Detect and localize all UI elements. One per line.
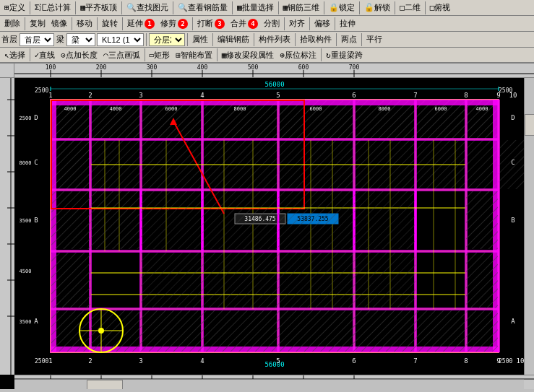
sep2 — [75, 1, 76, 14]
toolbar-select-tool[interactable]: ↖ 选择 — [1, 48, 28, 62]
modify-beam-label: 修改梁段属性 — [226, 50, 274, 61]
svg-text:8: 8 — [464, 92, 468, 99]
toolbar-row-4: ↖ 选择 ✓ 直线 ⊙ 点加长度 ⌒ 三点画弧 ▭ 矩形 ⊞ 智能布置 ▦ 修改… — [0, 48, 534, 64]
rect-label: 矩形 — [154, 50, 170, 61]
toolbar-pick-component[interactable]: 拾取构件 — [297, 32, 335, 47]
toolbar-trim[interactable]: 修剪 2 — [158, 17, 191, 31]
unlock-label: 解锁 — [374, 2, 390, 13]
toolbar-merge[interactable]: 合并 4 — [228, 17, 261, 31]
svg-text:A: A — [511, 318, 515, 325]
sep4 — [173, 1, 173, 14]
arc-label: 三点画弧 — [108, 50, 140, 61]
toolbar-rotate[interactable]: 旋转 — [99, 17, 121, 31]
toolbar-origin-mark[interactable]: ⊕ 原位标注 — [277, 48, 319, 62]
kl-select[interactable]: KL12 (1) — [97, 33, 144, 46]
svg-text:56000: 56000 — [264, 81, 284, 88]
lock-label: 锁定 — [339, 2, 355, 13]
parallel-label: 平行 — [366, 34, 382, 45]
toolbar-arc[interactable]: ⌒ 三点画弧 — [100, 48, 143, 62]
svg-text:7: 7 — [413, 357, 417, 365]
svg-rect-27 — [51, 140, 90, 189]
svg-text:100: 100 — [46, 64, 56, 71]
toolbar-parallel[interactable]: 平行 — [363, 32, 385, 47]
stretch-label: 拉伸 — [340, 18, 356, 29]
toolbar-sum[interactable]: Σ 汇总计算 — [32, 1, 74, 15]
scrollbar-vertical[interactable] — [524, 78, 534, 375]
scrollbar-horizontal[interactable] — [14, 379, 524, 389]
toolbar-find[interactable]: 🔍 查找图元 — [124, 1, 171, 15]
toolbar-point-length[interactable]: ⊙ 点加长度 — [58, 48, 100, 62]
svg-text:400: 400 — [197, 64, 208, 71]
toolbar-move[interactable]: 移动 — [74, 17, 95, 31]
sep1 — [30, 1, 30, 14]
svg-text:1: 1 — [48, 92, 52, 99]
badge-4: 4 — [248, 19, 258, 29]
svg-text:10: 10 — [517, 357, 525, 365]
rotate-label: 旋转 — [102, 18, 118, 29]
svg-text:4000: 4000 — [64, 106, 77, 112]
toolbar-two-point[interactable]: 两点 — [338, 32, 360, 47]
sum-icon: Σ — [35, 3, 40, 12]
ruler-left — [0, 64, 14, 375]
toolbar-top-view[interactable]: □ 俯视 — [427, 1, 454, 15]
svg-text:C: C — [34, 159, 38, 166]
fen-ceng-select[interactable]: 分层1 分层2 — [149, 33, 185, 46]
toolbar-unlock[interactable]: 🔓 解锁 — [361, 1, 393, 15]
toolbar-define[interactable]: ⊞ 定义 — [1, 1, 28, 15]
toolbar-line[interactable]: ✓ 直线 — [32, 48, 59, 62]
svg-text:6: 6 — [352, 92, 356, 99]
toolbar-view-rebar[interactable]: 🔍 查看钢筋量 — [175, 1, 231, 15]
svg-text:4500: 4500 — [20, 269, 32, 274]
svg-rect-60 — [466, 253, 498, 308]
toolbar-delete[interactable]: 删除 — [1, 17, 23, 31]
badge-1: 1 — [145, 19, 155, 29]
toolbar-rect[interactable]: ▭ 矩形 — [147, 48, 173, 62]
toolbar-flat-top[interactable]: ▦ 平齐板顶 — [77, 1, 120, 15]
svg-text:56000: 56000 — [264, 361, 284, 368]
toolbar-modify-beam[interactable]: ▦ 修改梁段属性 — [219, 48, 277, 62]
svg-rect-139 — [14, 64, 534, 77]
type-select[interactable]: 梁 — [66, 33, 95, 46]
toolbar-batch-select[interactable]: ▦ 批量选择 — [234, 1, 277, 15]
toolbar-mirror[interactable]: 镜像 — [48, 17, 70, 31]
svg-text:2500: 2500 — [499, 358, 512, 365]
arc-icon: ⌒ — [103, 51, 108, 60]
toolbar-split[interactable]: 分割 — [261, 17, 283, 31]
toolbar-extend[interactable]: 延伸 1 — [124, 17, 158, 31]
select-icon: ↖ — [4, 51, 9, 60]
line-icon: ✓ — [35, 51, 40, 60]
toolbar-component-list[interactable]: 构件列表 — [256, 32, 293, 47]
layer-select[interactable]: 首层 — [20, 33, 54, 46]
toolbar-align[interactable]: 对齐 — [286, 17, 308, 31]
toolbar-property[interactable]: 属性 — [189, 32, 211, 47]
point-length-icon: ⊙ — [61, 51, 66, 60]
toolbar-smart-layout[interactable]: ⊞ 智能布置 — [173, 48, 215, 62]
ruler-corner — [0, 64, 14, 78]
svg-text:8000: 8000 — [379, 106, 391, 112]
scrollbar-thumb[interactable] — [525, 114, 534, 136]
svg-rect-57 — [91, 191, 140, 249]
define-icon: ⊞ — [4, 3, 9, 12]
scrollbar-thumb-h[interactable] — [87, 380, 123, 389]
svg-text:B: B — [34, 217, 38, 224]
svg-rect-43 — [51, 250, 499, 253]
toolbar-offset[interactable]: 偏移 — [311, 17, 333, 31]
toolbar-break[interactable]: 打断 3 — [194, 17, 228, 31]
re-beam-icon: ↻ — [326, 51, 331, 60]
toolbar-lock[interactable]: 🔒 锁定 — [326, 1, 358, 15]
toolbar-row-1: ⊞ 定义 Σ 汇总计算 ▦ 平齐板顶 🔍 查找图元 🔍 查看钢筋量 ▦ 批量选择… — [0, 0, 534, 16]
toolbar-stretch[interactable]: 拉伸 — [337, 17, 358, 31]
toolbar-2d[interactable]: □ 二维 — [397, 1, 423, 15]
canvas-area[interactable]: 56000 1 2 3 4 5 6 7 8 9 10 D C B A D C B… — [0, 64, 534, 389]
sep21 — [212, 33, 213, 46]
toolbar-re-beam[interactable]: ↻ 重提梁跨 — [323, 48, 366, 62]
drawing-area[interactable]: 56000 1 2 3 4 5 6 7 8 9 10 D C B A D C B… — [14, 78, 534, 375]
toolbar-3d-rebar[interactable]: ▦ 钢筋三维 — [280, 1, 323, 15]
toolbar-copy[interactable]: 复制 — [27, 17, 48, 31]
toolbar-edit-rebar[interactable]: 编辑钢筋 — [215, 32, 252, 47]
svg-text:3500: 3500 — [20, 218, 32, 224]
svg-rect-42 — [51, 188, 499, 191]
svg-rect-58 — [466, 191, 498, 249]
svg-rect-63 — [466, 310, 498, 352]
svg-text:4: 4 — [200, 357, 204, 365]
